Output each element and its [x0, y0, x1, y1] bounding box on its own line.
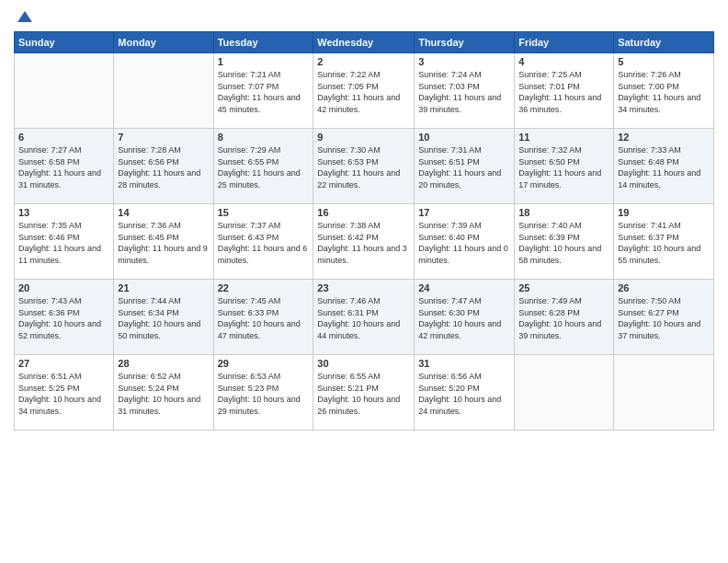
week-row-2: 6Sunrise: 7:27 AM Sunset: 6:58 PM Daylig… [15, 129, 714, 204]
day-number: 26 [618, 282, 710, 293]
calendar-cell: 20Sunrise: 7:43 AM Sunset: 6:36 PM Dayli… [15, 280, 114, 355]
day-number: 15 [218, 207, 310, 218]
cell-info: Sunrise: 7:31 AM Sunset: 6:51 PM Dayligh… [418, 144, 510, 190]
cell-info: Sunrise: 7:49 AM Sunset: 6:28 PM Dayligh… [518, 295, 609, 341]
calendar-cell: 18Sunrise: 7:40 AM Sunset: 6:39 PM Dayli… [515, 204, 614, 280]
week-row-4: 20Sunrise: 7:43 AM Sunset: 6:36 PM Dayli… [15, 280, 714, 355]
calendar-cell: 12Sunrise: 7:33 AM Sunset: 6:48 PM Dayli… [614, 129, 714, 204]
cell-info: Sunrise: 7:29 AM Sunset: 6:55 PM Dayligh… [218, 144, 310, 190]
cell-info: Sunrise: 7:24 AM Sunset: 7:03 PM Dayligh… [418, 69, 510, 115]
day-number: 16 [317, 207, 410, 218]
cell-info: Sunrise: 7:30 AM Sunset: 6:53 PM Dayligh… [317, 144, 410, 190]
week-row-1: 1Sunrise: 7:21 AM Sunset: 7:07 PM Daylig… [15, 53, 714, 129]
calendar-cell: 27Sunrise: 6:51 AM Sunset: 5:25 PM Dayli… [15, 355, 114, 431]
calendar-cell: 15Sunrise: 7:37 AM Sunset: 6:43 PM Dayli… [213, 204, 313, 280]
day-number: 13 [18, 207, 109, 218]
day-number: 20 [18, 282, 109, 293]
cell-info: Sunrise: 7:43 AM Sunset: 6:36 PM Dayligh… [18, 295, 109, 341]
calendar-cell: 26Sunrise: 7:50 AM Sunset: 6:27 PM Dayli… [614, 280, 714, 355]
calendar-cell [15, 53, 114, 129]
calendar-cell: 13Sunrise: 7:35 AM Sunset: 6:46 PM Dayli… [15, 204, 114, 280]
cell-info: Sunrise: 7:26 AM Sunset: 7:00 PM Dayligh… [618, 69, 710, 115]
day-number: 7 [118, 132, 209, 143]
weekday-header-tuesday: Tuesday [213, 32, 313, 53]
day-number: 10 [418, 132, 510, 143]
cell-info: Sunrise: 7:25 AM Sunset: 7:01 PM Dayligh… [518, 69, 609, 115]
cell-info: Sunrise: 6:51 AM Sunset: 5:25 PM Dayligh… [18, 371, 109, 417]
calendar-cell [515, 355, 614, 431]
calendar-cell: 3Sunrise: 7:24 AM Sunset: 7:03 PM Daylig… [415, 53, 515, 129]
cell-info: Sunrise: 7:27 AM Sunset: 6:58 PM Dayligh… [18, 144, 109, 190]
day-number: 5 [618, 56, 710, 67]
calendar-cell: 31Sunrise: 6:56 AM Sunset: 5:20 PM Dayli… [415, 355, 515, 431]
weekday-header-friday: Friday [515, 32, 614, 53]
cell-info: Sunrise: 6:56 AM Sunset: 5:20 PM Dayligh… [418, 371, 510, 417]
calendar-cell: 1Sunrise: 7:21 AM Sunset: 7:07 PM Daylig… [213, 53, 313, 129]
cell-info: Sunrise: 7:35 AM Sunset: 6:46 PM Dayligh… [18, 220, 109, 266]
calendar-container: SundayMondayTuesdayWednesdayThursdayFrid… [0, 0, 728, 563]
calendar-cell [614, 355, 714, 431]
calendar-cell: 16Sunrise: 7:38 AM Sunset: 6:42 PM Dayli… [313, 204, 415, 280]
day-number: 12 [618, 132, 710, 143]
weekday-header-row: SundayMondayTuesdayWednesdayThursdayFrid… [15, 32, 714, 53]
header [14, 9, 714, 24]
logo-icon [16, 9, 34, 28]
day-number: 31 [418, 358, 510, 369]
calendar-cell: 17Sunrise: 7:39 AM Sunset: 6:40 PM Dayli… [415, 204, 515, 280]
cell-info: Sunrise: 7:32 AM Sunset: 6:50 PM Dayligh… [518, 144, 609, 190]
cell-info: Sunrise: 7:36 AM Sunset: 6:45 PM Dayligh… [118, 220, 209, 266]
day-number: 8 [218, 132, 310, 143]
calendar-cell: 10Sunrise: 7:31 AM Sunset: 6:51 PM Dayli… [415, 129, 515, 204]
weekday-header-monday: Monday [114, 32, 213, 53]
calendar-cell: 19Sunrise: 7:41 AM Sunset: 6:37 PM Dayli… [614, 204, 714, 280]
cell-info: Sunrise: 7:41 AM Sunset: 6:37 PM Dayligh… [618, 220, 710, 266]
calendar-cell: 21Sunrise: 7:44 AM Sunset: 6:34 PM Dayli… [114, 280, 213, 355]
cell-info: Sunrise: 7:33 AM Sunset: 6:48 PM Dayligh… [618, 144, 710, 190]
calendar-cell: 28Sunrise: 6:52 AM Sunset: 5:24 PM Dayli… [114, 355, 213, 431]
calendar-table: SundayMondayTuesdayWednesdayThursdayFrid… [14, 31, 714, 431]
day-number: 4 [518, 56, 609, 67]
calendar-cell: 8Sunrise: 7:29 AM Sunset: 6:55 PM Daylig… [213, 129, 313, 204]
calendar-cell: 5Sunrise: 7:26 AM Sunset: 7:00 PM Daylig… [614, 53, 714, 129]
day-number: 14 [118, 207, 209, 218]
calendar-cell: 22Sunrise: 7:45 AM Sunset: 6:33 PM Dayli… [213, 280, 313, 355]
day-number: 19 [618, 207, 710, 218]
weekday-header-sunday: Sunday [15, 32, 114, 53]
cell-info: Sunrise: 7:28 AM Sunset: 6:56 PM Dayligh… [118, 144, 209, 190]
day-number: 30 [317, 358, 410, 369]
day-number: 9 [317, 132, 410, 143]
calendar-cell [114, 53, 213, 129]
calendar-cell: 11Sunrise: 7:32 AM Sunset: 6:50 PM Dayli… [515, 129, 614, 204]
cell-info: Sunrise: 7:21 AM Sunset: 7:07 PM Dayligh… [218, 69, 310, 115]
cell-info: Sunrise: 6:53 AM Sunset: 5:23 PM Dayligh… [218, 371, 310, 417]
calendar-cell: 9Sunrise: 7:30 AM Sunset: 6:53 PM Daylig… [313, 129, 415, 204]
cell-info: Sunrise: 7:40 AM Sunset: 6:39 PM Dayligh… [518, 220, 609, 266]
cell-info: Sunrise: 7:38 AM Sunset: 6:42 PM Dayligh… [317, 220, 410, 266]
cell-info: Sunrise: 6:55 AM Sunset: 5:21 PM Dayligh… [317, 371, 410, 417]
weekday-header-thursday: Thursday [415, 32, 515, 53]
day-number: 17 [418, 207, 510, 218]
cell-info: Sunrise: 7:45 AM Sunset: 6:33 PM Dayligh… [218, 295, 310, 341]
calendar-cell: 30Sunrise: 6:55 AM Sunset: 5:21 PM Dayli… [313, 355, 415, 431]
cell-info: Sunrise: 7:50 AM Sunset: 6:27 PM Dayligh… [618, 295, 710, 341]
calendar-cell: 4Sunrise: 7:25 AM Sunset: 7:01 PM Daylig… [515, 53, 614, 129]
week-row-3: 13Sunrise: 7:35 AM Sunset: 6:46 PM Dayli… [15, 204, 714, 280]
logo [14, 9, 34, 24]
week-row-5: 27Sunrise: 6:51 AM Sunset: 5:25 PM Dayli… [15, 355, 714, 431]
day-number: 23 [317, 282, 410, 293]
day-number: 25 [518, 282, 609, 293]
day-number: 28 [118, 358, 209, 369]
day-number: 24 [418, 282, 510, 293]
calendar-cell: 2Sunrise: 7:22 AM Sunset: 7:05 PM Daylig… [313, 53, 415, 129]
calendar-cell: 23Sunrise: 7:46 AM Sunset: 6:31 PM Dayli… [313, 280, 415, 355]
cell-info: Sunrise: 7:47 AM Sunset: 6:30 PM Dayligh… [418, 295, 510, 341]
day-number: 11 [518, 132, 609, 143]
cell-info: Sunrise: 7:46 AM Sunset: 6:31 PM Dayligh… [317, 295, 410, 341]
cell-info: Sunrise: 7:37 AM Sunset: 6:43 PM Dayligh… [218, 220, 310, 266]
calendar-cell: 7Sunrise: 7:28 AM Sunset: 6:56 PM Daylig… [114, 129, 213, 204]
weekday-header-saturday: Saturday [614, 32, 714, 53]
day-number: 21 [118, 282, 209, 293]
calendar-cell: 24Sunrise: 7:47 AM Sunset: 6:30 PM Dayli… [415, 280, 515, 355]
day-number: 2 [317, 56, 410, 67]
day-number: 3 [418, 56, 510, 67]
